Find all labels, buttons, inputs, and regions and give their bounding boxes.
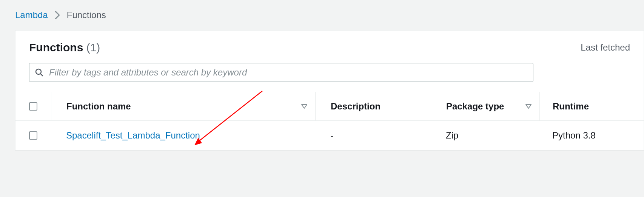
row-name-cell: Spacelift_Test_Lambda_Function xyxy=(51,121,315,150)
header-description[interactable]: Description xyxy=(315,92,434,120)
panel-title: Functions (1) xyxy=(29,41,100,54)
row-checkbox[interactable] xyxy=(29,131,37,140)
function-name-link[interactable]: Spacelift_Test_Lambda_Function xyxy=(66,130,200,141)
row-checkbox-cell xyxy=(15,121,51,150)
header-pkg-label: Package type xyxy=(446,101,504,112)
panel-count: (1) xyxy=(86,41,100,54)
search-box[interactable] xyxy=(29,63,533,82)
chevron-right-icon xyxy=(55,11,60,19)
header-desc-label: Description xyxy=(331,101,381,112)
header-runtime[interactable]: Runtime xyxy=(539,92,644,120)
table-header-row: Function name Description Package type R… xyxy=(15,92,644,121)
functions-table: Function name Description Package type R… xyxy=(15,92,644,150)
table-row: Spacelift_Test_Lambda_Function - Zip Pyt… xyxy=(15,121,644,150)
header-runtime-label: Runtime xyxy=(553,101,589,112)
sort-icon[interactable] xyxy=(525,104,532,109)
breadcrumb-current: Functions xyxy=(67,10,106,20)
search-wrap xyxy=(15,58,644,92)
header-checkbox-cell xyxy=(15,92,51,120)
header-package-type[interactable]: Package type xyxy=(434,92,539,120)
search-input[interactable] xyxy=(49,67,528,78)
row-desc-value: - xyxy=(330,130,333,141)
header-function-name[interactable]: Function name xyxy=(51,92,315,120)
functions-panel: Functions (1) Last fetched Function name xyxy=(15,30,644,151)
panel-header: Functions (1) Last fetched xyxy=(15,31,644,58)
select-all-checkbox[interactable] xyxy=(29,102,37,111)
row-runtime-value: Python 3.8 xyxy=(552,130,596,141)
row-desc-cell: - xyxy=(315,121,434,150)
row-runtime-cell: Python 3.8 xyxy=(539,121,644,150)
last-fetched-label: Last fetched xyxy=(581,42,630,53)
row-pkg-cell: Zip xyxy=(434,121,539,150)
breadcrumb: Lambda Functions xyxy=(0,0,644,28)
breadcrumb-root-link[interactable]: Lambda xyxy=(15,10,48,20)
sort-icon[interactable] xyxy=(301,104,308,109)
svg-line-1 xyxy=(41,74,43,76)
row-pkg-value: Zip xyxy=(446,130,458,141)
search-icon xyxy=(35,68,44,77)
panel-title-text: Functions xyxy=(29,41,83,54)
header-name-label: Function name xyxy=(66,101,131,112)
